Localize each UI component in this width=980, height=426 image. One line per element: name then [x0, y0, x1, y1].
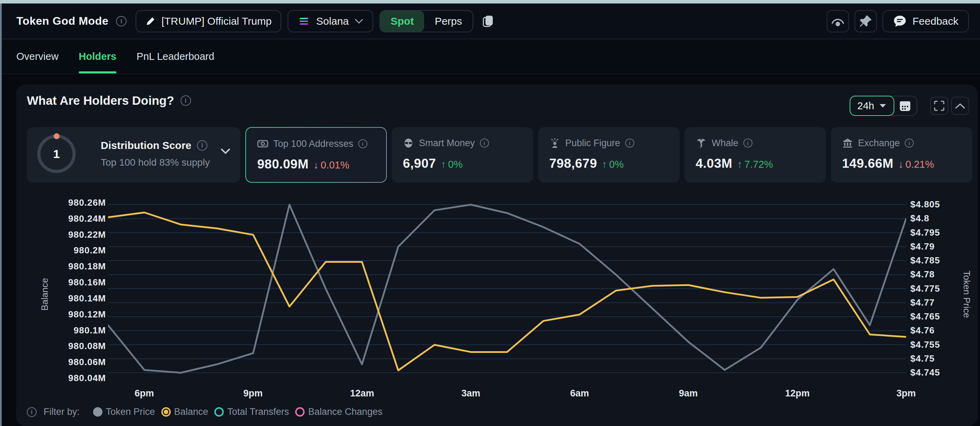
card-value: 980.09M [257, 157, 309, 172]
x-axis-tick: 9am [664, 388, 713, 399]
screen: Token God Mode [TRUMP] Official Trump So… [0, 0, 980, 426]
tab-holders[interactable]: Holders [79, 39, 116, 73]
info-icon[interactable] [116, 16, 127, 27]
feedback-label: Feedback [912, 15, 958, 27]
filter-option-label: Balance Changes [308, 407, 382, 417]
right-axis-tick: $4.805 [910, 199, 940, 210]
pin-button[interactable] [854, 10, 877, 32]
info-icon[interactable] [905, 139, 914, 147]
left-axis-tick: 980.2M [73, 245, 106, 256]
info-icon[interactable] [197, 140, 207, 151]
card-value: 4.03M [695, 156, 732, 171]
info-icon[interactable] [480, 139, 489, 147]
filter-swatch-icon [214, 407, 224, 416]
right-axis-tick: $4.79 [910, 241, 935, 252]
filter-option-balance[interactable]: Balance [161, 407, 208, 417]
right-axis-tick: $4.77 [910, 297, 935, 308]
panel-title-row: What Are Holders Doing? [27, 93, 191, 108]
card-title: Exchange [858, 138, 900, 149]
smart-money-card[interactable]: Smart Money 6,907 ↑0% [392, 127, 533, 183]
left-axis-tick: 980.18M [68, 261, 106, 272]
perps-tab[interactable]: Perps [424, 11, 472, 32]
token-selector-button[interactable]: [TRUMP] Official Trump [135, 10, 281, 32]
change-arrow: ↓ [899, 159, 904, 170]
distribution-score-card[interactable]: 1 Distribution Score Top 100 hold 83% su… [27, 127, 240, 183]
calendar-button[interactable] [894, 97, 916, 115]
info-icon[interactable] [358, 139, 368, 148]
bank-icon [842, 138, 853, 149]
balance-line [108, 213, 906, 371]
right-axis-tick: $4.765 [910, 311, 940, 322]
left-axis-tick: 980.14M [68, 293, 106, 304]
info-icon[interactable] [743, 139, 752, 147]
person-crowd-icon [549, 138, 560, 149]
left-axis-tick: 980.08M [68, 341, 106, 352]
filter-swatch-icon [295, 407, 305, 416]
info-icon[interactable] [181, 95, 191, 106]
left-axis-tick: 980.26M [68, 197, 106, 208]
change-arrow: ↑ [737, 159, 742, 170]
change-value: 0% [448, 159, 463, 170]
pin-icon [859, 14, 873, 28]
chain-selector[interactable]: Solana [288, 10, 373, 32]
header-actions: Feedback [827, 10, 969, 32]
right-axis-tick: $4.775 [910, 283, 940, 294]
filter-option-token-price[interactable]: Token Price [93, 407, 155, 417]
chart-controls: 24h [850, 96, 969, 116]
right-axis-tick: $4.785 [910, 255, 940, 266]
card-value: 798,679 [549, 156, 597, 171]
timeframe-dropdown[interactable]: 24h [850, 96, 894, 116]
score-gauge: 1 [37, 135, 76, 173]
filter-by-label: Filter by: [44, 407, 80, 417]
filter-swatch-icon [93, 407, 102, 416]
info-icon[interactable] [625, 139, 634, 147]
feedback-button[interactable]: Feedback [882, 10, 969, 32]
edit-pencil-icon [145, 16, 156, 27]
top-100-addresses-card[interactable]: Top 100 Addresses 980.09M ↓0.01% [245, 127, 387, 183]
whale-card[interactable]: Whale 4.03M ↑7.72% [684, 127, 826, 183]
right-axis-tick: $4.745 [910, 367, 940, 378]
card-title: Distribution Score [101, 139, 191, 151]
fullscreen-button[interactable] [930, 97, 948, 115]
change-badge: ↓0.21% [899, 159, 934, 170]
filter-option-total-transfers[interactable]: Total Transfers [214, 407, 289, 417]
score-value: 1 [53, 147, 60, 161]
public-figure-card[interactable]: Public Figure 798,679 ↑0% [538, 127, 679, 183]
x-axis-tick: 3pm [882, 388, 931, 399]
card-value: 149.66M [842, 156, 894, 171]
card-value: 6,907 [403, 156, 436, 171]
calendar-icon [899, 100, 912, 112]
left-axis-tick: 980.24M [68, 213, 106, 224]
tab-overview[interactable]: Overview [16, 39, 59, 73]
change-value: 0.21% [905, 159, 934, 170]
timeframe-group: 24h [850, 96, 917, 116]
filter-options: Token PriceBalanceTotal TransfersBalance… [87, 407, 383, 417]
chat-bubble-icon [893, 14, 907, 28]
tab-pnl-leaderboard[interactable]: PnL Leaderboard [137, 39, 214, 73]
left-axis-ticks: 980.26M980.24M980.22M980.2M980.18M980.16… [51, 195, 106, 383]
right-axis-tick: $4.76 [910, 325, 935, 336]
copy-icon[interactable] [482, 14, 494, 28]
left-axis-tick: 980.16M [68, 277, 106, 288]
token-name: [TRUMP] Official Trump [161, 15, 272, 27]
card-title: Smart Money [419, 138, 475, 149]
solana-logo-icon [297, 14, 310, 28]
chevron-down-icon[interactable] [220, 148, 231, 155]
filter-swatch-icon [161, 407, 171, 416]
app-title: Token God Mode [16, 14, 108, 27]
change-badge: ↑0% [441, 159, 463, 170]
collapse-button[interactable] [951, 97, 969, 115]
holders-chart-svg[interactable] [108, 195, 906, 383]
incognito-icon [403, 138, 414, 149]
fullscreen-icon [933, 100, 945, 112]
dropdown-caret-icon [879, 103, 886, 108]
left-axis-tick: 980.22M [68, 230, 106, 240]
change-value: 0% [609, 159, 624, 170]
spot-tab[interactable]: Spot [380, 11, 425, 32]
watchlist-eye-button[interactable] [827, 10, 849, 32]
filter-option-label: Balance [174, 407, 208, 417]
exchange-card[interactable]: Exchange 149.66M ↓0.21% [831, 127, 972, 183]
info-icon[interactable] [27, 407, 37, 417]
card-title: Whale [712, 138, 738, 149]
filter-option-balance-changes[interactable]: Balance Changes [295, 407, 382, 417]
